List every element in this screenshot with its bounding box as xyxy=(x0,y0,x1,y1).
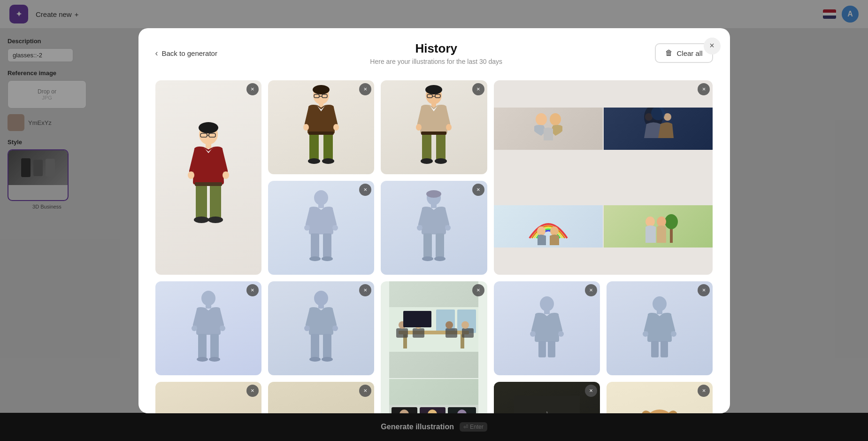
svg-rect-119 xyxy=(657,310,662,314)
svg-point-40 xyxy=(550,113,561,125)
svg-rect-116 xyxy=(538,341,546,357)
svg-point-48 xyxy=(665,214,678,229)
svg-point-53 xyxy=(304,225,310,231)
svg-rect-87 xyxy=(399,331,469,334)
svg-point-71 xyxy=(220,325,225,331)
svg-rect-113 xyxy=(544,310,550,314)
svg-point-45 xyxy=(537,226,545,236)
character-svg xyxy=(183,121,234,234)
character-svg xyxy=(302,190,340,265)
list-item[interactable]: × xyxy=(268,181,374,275)
svg-rect-8 xyxy=(196,184,207,219)
svg-point-57 xyxy=(309,256,321,261)
svg-rect-80 xyxy=(311,334,319,358)
svg-point-1 xyxy=(199,122,218,133)
item-close-button[interactable]: × xyxy=(698,83,710,95)
svg-rect-52 xyxy=(318,204,324,208)
svg-rect-22 xyxy=(323,133,333,160)
svg-point-6 xyxy=(188,171,194,179)
list-item[interactable]: × xyxy=(268,80,374,174)
svg-point-118 xyxy=(653,296,667,311)
svg-rect-5 xyxy=(206,144,211,148)
svg-point-78 xyxy=(304,325,310,331)
list-item[interactable]: × xyxy=(268,281,374,375)
list-item[interactable]: × xyxy=(268,382,374,413)
svg-point-25 xyxy=(322,158,334,164)
modal-header: ‹ Back to generator History Here are you… xyxy=(138,28,730,73)
item-close-button[interactable]: × xyxy=(472,184,484,196)
svg-point-115 xyxy=(558,331,564,337)
svg-point-32 xyxy=(416,124,422,131)
svg-point-75 xyxy=(209,357,220,362)
svg-point-50 xyxy=(657,217,666,227)
svg-point-49 xyxy=(645,217,655,227)
modal-body[interactable]: × xyxy=(138,73,730,413)
list-item[interactable]: × xyxy=(155,382,261,413)
svg-point-66 xyxy=(422,256,433,261)
tea-svg xyxy=(514,396,580,413)
list-item[interactable]: × xyxy=(607,382,713,413)
svg-point-46 xyxy=(550,226,559,236)
item-close-button[interactable]: × xyxy=(359,385,371,397)
svg-point-11 xyxy=(194,217,209,223)
character-svg xyxy=(413,85,455,170)
svg-point-58 xyxy=(322,256,333,261)
svg-point-97 xyxy=(461,321,469,329)
back-arrow-icon: ‹ xyxy=(155,48,158,58)
list-item[interactable]: × xyxy=(381,181,487,275)
list-item[interactable]: × xyxy=(155,80,261,275)
svg-rect-69 xyxy=(206,305,211,309)
svg-point-121 xyxy=(671,331,676,337)
svg-point-67 xyxy=(434,256,446,261)
item-close-button[interactable]: × xyxy=(472,284,484,296)
list-item[interactable]: × xyxy=(381,281,487,413)
item-close-button[interactable]: × xyxy=(359,284,371,296)
back-to-generator-button[interactable]: ‹ Back to generator xyxy=(155,48,217,58)
svg-point-54 xyxy=(332,225,338,231)
list-item[interactable]: × xyxy=(494,80,713,275)
svg-rect-117 xyxy=(548,341,555,357)
svg-rect-92 xyxy=(446,328,457,338)
svg-point-62 xyxy=(417,225,422,231)
list-item[interactable]: × xyxy=(494,281,600,375)
history-modal: ‹ Back to generator History Here are you… xyxy=(138,28,730,413)
item-close-button[interactable]: × xyxy=(472,83,484,95)
history-grid: × xyxy=(155,80,713,413)
svg-rect-81 xyxy=(323,334,331,358)
character-svg xyxy=(302,291,340,366)
clear-all-label: Clear all xyxy=(676,49,702,57)
dog-svg xyxy=(629,398,690,413)
svg-point-74 xyxy=(197,357,208,362)
item-close-button[interactable]: × xyxy=(698,385,710,397)
list-item[interactable]: × xyxy=(381,80,487,174)
item-close-button[interactable]: × xyxy=(698,284,710,296)
item-close-button[interactable]: × xyxy=(359,184,371,196)
list-item[interactable]: × xyxy=(155,281,261,375)
svg-point-76 xyxy=(314,291,328,306)
modal-overlay: ‹ Back to generator History Here are you… xyxy=(0,0,868,441)
svg-point-38 xyxy=(435,158,447,164)
item-close-button[interactable]: × xyxy=(246,385,259,397)
svg-point-12 xyxy=(208,217,223,223)
list-item[interactable]: × xyxy=(607,281,713,375)
svg-point-20 xyxy=(333,124,339,131)
svg-point-70 xyxy=(192,325,197,331)
item-close-button[interactable]: × xyxy=(359,83,371,95)
item-close-button[interactable]: × xyxy=(246,284,259,296)
svg-rect-77 xyxy=(318,305,324,309)
svg-point-120 xyxy=(643,331,648,337)
list-item[interactable]: × xyxy=(494,382,600,413)
svg-rect-93 xyxy=(462,328,474,338)
item-close-button[interactable]: × xyxy=(585,385,597,397)
modal-title: History xyxy=(217,41,655,56)
svg-rect-90 xyxy=(396,328,408,338)
svg-rect-23 xyxy=(308,132,334,135)
item-close-button[interactable]: × xyxy=(246,83,259,95)
modal-close-button[interactable]: × xyxy=(704,38,721,54)
item-close-button[interactable]: × xyxy=(585,284,597,296)
svg-rect-122 xyxy=(651,341,659,357)
svg-point-33 xyxy=(446,124,452,131)
svg-point-27 xyxy=(425,85,442,94)
svg-point-7 xyxy=(223,171,229,179)
svg-rect-72 xyxy=(198,334,207,358)
